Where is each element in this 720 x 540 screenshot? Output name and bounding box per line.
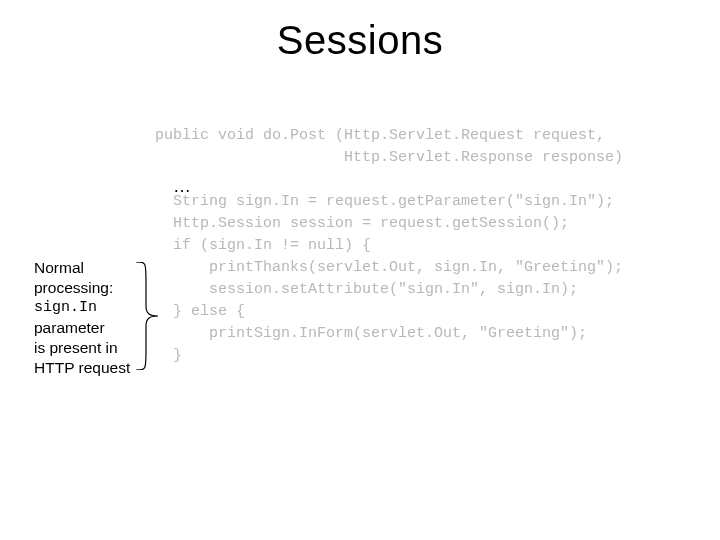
- annotation-line: parameter: [34, 318, 130, 338]
- annotation-line: Normal: [34, 258, 130, 278]
- code-line: session.setAttribute("sign.In", sign.In)…: [155, 281, 578, 298]
- annotation-line: processing:: [34, 278, 130, 298]
- annotation-label: Normal processing: sign.In parameter is …: [34, 258, 130, 378]
- code-line: if (sign.In != null) {: [155, 237, 371, 254]
- annotation-line: is present in: [34, 338, 130, 358]
- annotation-line: HTTP request: [34, 358, 130, 378]
- code-line: printThanks(servlet.Out, sign.In, "Greet…: [155, 259, 623, 276]
- ellipsis-text: …: [173, 176, 191, 197]
- code-line: printSign.InForm(servlet.Out, "Greeting"…: [155, 325, 587, 342]
- code-block: public void do.Post (Http.Servlet.Reques…: [155, 125, 623, 367]
- code-line: }: [155, 347, 182, 364]
- code-line: String sign.In = request.getParameter("s…: [155, 193, 614, 210]
- slide: Sessions public void do.Post (Http.Servl…: [0, 0, 720, 540]
- code-line: Http.Servlet.Response response): [155, 149, 623, 166]
- code-line: Http.Session session = request.getSessio…: [155, 215, 569, 232]
- code-line: public void do.Post (Http.Servlet.Reques…: [155, 127, 605, 144]
- annotation-line-mono: sign.In: [34, 298, 130, 318]
- page-title: Sessions: [0, 18, 720, 63]
- code-line: } else {: [155, 303, 245, 320]
